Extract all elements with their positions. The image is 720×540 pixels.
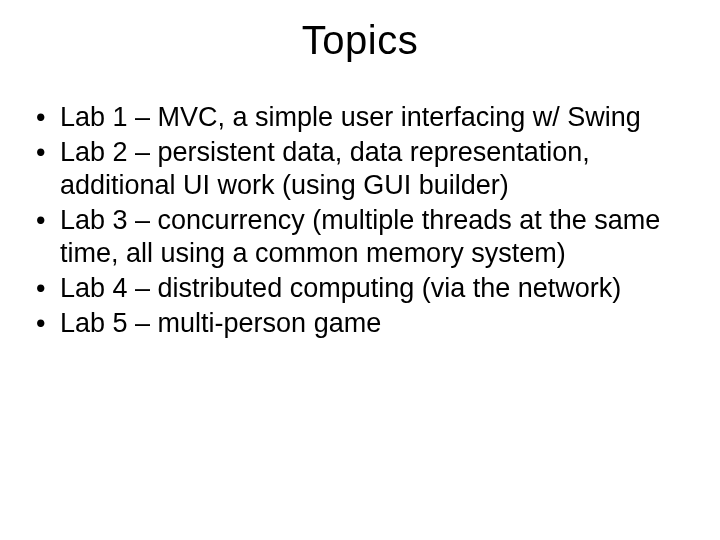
list-item: Lab 1 – MVC, a simple user interfacing w… xyxy=(32,101,690,134)
list-item: Lab 3 – concurrency (multiple threads at… xyxy=(32,204,690,270)
slide: Topics Lab 1 – MVC, a simple user interf… xyxy=(0,0,720,540)
list-item: Lab 2 – persistent data, data representa… xyxy=(32,136,690,202)
slide-title: Topics xyxy=(30,18,690,63)
list-item: Lab 4 – distributed computing (via the n… xyxy=(32,272,690,305)
list-item: Lab 5 – multi-person game xyxy=(32,307,690,340)
bullet-list: Lab 1 – MVC, a simple user interfacing w… xyxy=(30,101,690,340)
